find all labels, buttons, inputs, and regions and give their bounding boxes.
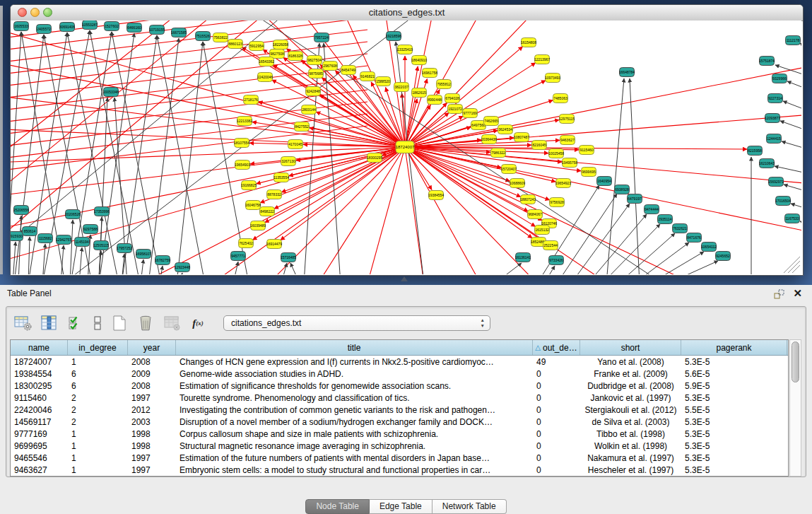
graph-node[interactable]: 9227314 <box>768 94 783 103</box>
graph-node[interactable]: 6466160 <box>127 23 142 33</box>
graph-node[interactable]: 18724007 <box>396 141 415 153</box>
graph-node[interactable]: 7485063 <box>553 94 568 103</box>
graph-node[interactable]: 9875685 <box>309 69 324 78</box>
graph-node[interactable]: 13325419 <box>397 45 413 54</box>
graph-node[interactable]: 9146821 <box>360 72 375 81</box>
table-row[interactable]: 1830029562008Estimation of significance … <box>11 380 788 392</box>
graph-node[interactable]: 8990448 <box>428 95 442 105</box>
graph-node[interactable]: 7986322 <box>491 148 506 158</box>
graph-node[interactable]: 9245652 <box>716 252 731 261</box>
graph-node[interactable]: 19166825 <box>241 181 257 190</box>
graph-node[interactable]: 12505115 <box>93 241 109 250</box>
tab-network-table[interactable]: Network Table <box>433 499 507 514</box>
new-document-icon[interactable] <box>110 314 129 332</box>
graph-node[interactable]: 1145194 <box>75 238 90 247</box>
graph-node[interactable]: 17353996 <box>94 207 110 216</box>
graph-node[interactable]: 12213967 <box>534 55 550 64</box>
graph-node[interactable]: 16046758 <box>245 201 261 210</box>
graph-node[interactable]: 10688609 <box>510 179 525 188</box>
graph-node[interactable]: 8427552 <box>295 122 310 132</box>
graph-node[interactable]: 18107554 <box>234 139 249 148</box>
graph-node[interactable]: 7625402 <box>239 239 254 248</box>
graph-node[interactable]: 8454749 <box>341 66 356 75</box>
graph-node[interactable]: 10719155 <box>149 25 165 35</box>
float-panel-icon[interactable] <box>773 288 785 303</box>
close-panel-icon[interactable]: ✕ <box>793 287 802 300</box>
graph-node[interactable]: 9329966 <box>772 74 787 83</box>
graph-node[interactable]: 850614 <box>23 227 37 236</box>
graph-node[interactable]: 9474444 <box>645 205 659 214</box>
graph-node[interactable]: 7955812 <box>437 80 452 89</box>
graph-node[interactable]: 18226058 <box>273 40 288 49</box>
graph-node[interactable]: 8471676 <box>687 233 702 243</box>
graph-node[interactable]: 7515526 <box>196 32 211 41</box>
resize-grip-icon[interactable] <box>784 257 800 273</box>
graph-node[interactable]: 16039489 <box>250 221 266 230</box>
graph-node[interactable]: 3267130 <box>281 157 296 166</box>
graph-node[interactable]: 16782759 <box>155 256 170 265</box>
graph-node[interactable]: 12213382 <box>237 117 252 126</box>
graph-node[interactable]: 9699695 <box>582 168 596 177</box>
graph-node[interactable]: 18807243 <box>520 195 536 204</box>
graph-node[interactable]: 1615132 <box>535 226 550 235</box>
graph-node[interactable]: 3915930 <box>11 232 23 241</box>
graph-node[interactable]: 10654112 <box>701 243 717 252</box>
graph-node[interactable]: 19384554 <box>428 191 444 200</box>
graph-node[interactable]: 30691406 <box>59 23 75 32</box>
graph-node[interactable]: 7462665 <box>484 117 499 126</box>
graph-node[interactable]: 12975115 <box>559 115 575 124</box>
table-scrollbar-thumb[interactable] <box>792 341 799 382</box>
graph-node[interactable]: 1588520 <box>376 77 391 86</box>
graph-node[interactable]: 1244415 <box>767 134 782 144</box>
graph-node[interactable]: 6938928 <box>615 185 630 194</box>
delete-icon[interactable] <box>136 314 155 332</box>
tab-edge-table[interactable]: Edge Table <box>370 499 433 514</box>
graph-node[interactable]: 25206556 <box>13 206 29 215</box>
graph-node[interactable]: 16543362 <box>259 57 274 66</box>
graph-node[interactable]: 2405572 <box>37 25 52 34</box>
graph-node[interactable]: 20364436 <box>481 135 497 144</box>
graph-node[interactable]: 9684067 <box>528 210 543 219</box>
column-header-year[interactable]: year <box>128 340 176 355</box>
column-header-title[interactable]: title <box>176 340 533 355</box>
graph-node[interactable]: 19495758 <box>562 158 577 168</box>
column-header-out_de[interactable]: △out_de… <box>533 340 580 355</box>
table-row[interactable]: 911546021997Tourette syndrome. Phenomeno… <box>11 392 788 404</box>
graph-node[interactable]: 7632621 <box>673 224 688 233</box>
graph-node[interactable]: 11353554 <box>273 173 289 182</box>
graph-node[interactable]: 7563822 <box>213 33 228 42</box>
minimize-window-button[interactable] <box>30 8 40 17</box>
graph-node[interactable]: 9463627 <box>560 136 575 145</box>
graph-node[interactable]: 18640910 <box>411 56 427 65</box>
table-row[interactable]: 946362711997Embryonic stem cells: a mode… <box>11 464 788 476</box>
graph-node[interactable]: 20206526 <box>65 210 81 219</box>
graph-node[interactable]: 16671585 <box>171 28 187 37</box>
table-row[interactable]: 2242004622012Investigating the contribut… <box>11 404 788 416</box>
graph-node[interactable]: 15716485 <box>281 253 296 262</box>
graph-node[interactable]: 10807487 <box>514 133 529 142</box>
graph-node[interactable]: 16961758 <box>422 69 437 78</box>
network-canvas[interactable]: 1872400716055332405572306914061055328715… <box>11 21 801 274</box>
graph-node[interactable]: 16958107 <box>136 250 151 259</box>
column-header-short[interactable]: short <box>580 340 681 355</box>
table-row[interactable]: 1938455462009Genome-wide association stu… <box>11 368 788 380</box>
graph-node[interactable]: 8215958 <box>748 146 763 156</box>
graph-node[interactable]: 8498222 <box>260 207 275 216</box>
graph-node[interactable]: 2803144 <box>302 105 317 115</box>
graph-node[interactable]: 10025458 <box>548 149 564 158</box>
graph-node[interactable]: 3822037 <box>394 83 409 92</box>
close-window-button[interactable] <box>18 8 27 17</box>
table-row[interactable]: 977716911998Corpus callosum shape and si… <box>11 428 788 440</box>
zoom-window-button[interactable] <box>43 8 52 17</box>
graph-node[interactable]: 1112178 <box>786 36 801 45</box>
graph-node[interactable]: 1115682 <box>38 234 53 243</box>
graph-node[interactable]: 1921072 <box>448 105 463 114</box>
graph-node[interactable]: 15751874 <box>759 57 775 66</box>
graph-node[interactable]: 9297588 <box>83 225 98 234</box>
graph-node[interactable]: 22420046 <box>257 73 273 82</box>
graph-node[interactable]: 10973493 <box>545 74 560 83</box>
graph-node[interactable]: 1640954 <box>597 177 612 186</box>
table-settings-icon[interactable] <box>13 314 32 332</box>
graph-node[interactable]: 15720407 <box>501 165 517 174</box>
graph-node[interactable]: 16648784 <box>619 68 635 77</box>
